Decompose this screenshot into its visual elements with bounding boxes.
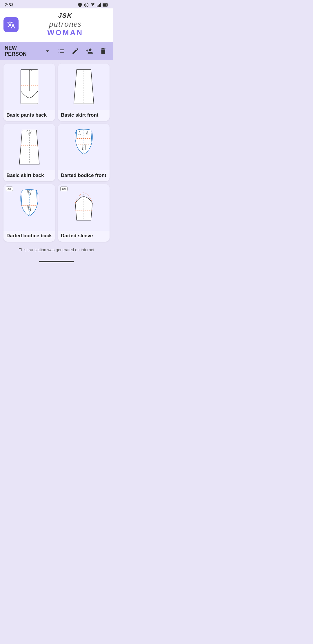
bodice-back-svg [9, 189, 50, 226]
pattern-card-sleeve[interactable]: ad Darted sleeve [58, 184, 110, 242]
add-person-icon [85, 47, 93, 55]
chevron-down-icon [44, 47, 51, 55]
add-person-button[interactable] [84, 46, 94, 56]
translation-note: This translation was generated on intern… [19, 247, 94, 252]
bodice-back-label: Darted bodice back [3, 231, 55, 242]
face-icon [84, 3, 89, 7]
pattern-card-skirt-front[interactable]: Basic skirt front [58, 64, 110, 121]
toolbar: NEW PERSON [0, 42, 113, 60]
signal-icon [97, 3, 101, 7]
bodice-back-image [3, 184, 55, 231]
pants-back-label: Basic pants back [3, 110, 55, 121]
pattern-card-bodice-back[interactable]: ad Darted bodice back [3, 184, 55, 242]
edit-button[interactable] [70, 46, 81, 56]
pattern-grid: Basic pants back Basic skirt front Basic… [0, 61, 113, 244]
ad-badge-sleeve: ad [60, 187, 68, 191]
skirt-front-svg [63, 68, 104, 105]
bottom-note: This translation was generated on intern… [0, 244, 113, 258]
home-indicator [0, 258, 113, 264]
delete-icon [99, 47, 107, 55]
svg-point-2 [87, 4, 87, 5]
pants-back-image [3, 64, 55, 110]
wifi-icon [90, 3, 95, 7]
translate-icon [7, 20, 15, 29]
svg-rect-3 [97, 6, 98, 7]
list-icon [58, 47, 65, 55]
svg-point-0 [84, 3, 88, 7]
sleeve-svg [63, 189, 104, 226]
translate-button[interactable] [3, 17, 19, 32]
status-time: 7:53 [5, 2, 13, 7]
expand-button[interactable] [42, 46, 53, 56]
skirt-back-image [3, 124, 55, 170]
skirt-back-svg [9, 129, 50, 166]
status-icons [78, 3, 108, 7]
svg-rect-8 [108, 4, 108, 6]
svg-rect-9 [103, 4, 107, 6]
logo-woman: WOMAN [47, 28, 83, 37]
pattern-card-bodice-front[interactable]: Darted bodice front [58, 124, 110, 181]
shield-icon [78, 3, 82, 7]
home-bar [39, 261, 74, 262]
battery-icon [103, 3, 108, 7]
svg-rect-6 [100, 3, 101, 7]
sleeve-image [58, 184, 110, 231]
logo-jsk: JSK [58, 12, 72, 19]
pattern-card-skirt-back[interactable]: Basic skirt back [3, 124, 55, 181]
skirt-front-image [58, 64, 110, 110]
pattern-card-pants-back[interactable]: Basic pants back [3, 64, 55, 121]
bodice-front-label: Darted bodice front [58, 170, 110, 181]
logo-area: JSK patrones WOMAN [21, 11, 110, 38]
sleeve-label: Darted sleeve [58, 231, 110, 242]
edit-icon [72, 47, 79, 55]
person-label: NEW PERSON [5, 45, 39, 57]
delete-button[interactable] [98, 46, 108, 56]
svg-rect-5 [99, 4, 100, 7]
svg-point-1 [85, 4, 86, 5]
svg-rect-4 [98, 5, 99, 7]
header: JSK patrones WOMAN [0, 8, 113, 42]
status-bar: 7:53 [0, 0, 113, 8]
pants-back-svg [9, 68, 50, 105]
ad-badge-bodice-back: ad [6, 187, 13, 191]
skirt-back-label: Basic skirt back [3, 170, 55, 181]
bodice-front-svg [63, 129, 104, 166]
list-button[interactable] [56, 46, 67, 56]
skirt-front-label: Basic skirt front [58, 110, 110, 121]
logo-patrones: patrones [49, 19, 81, 28]
bodice-front-image [58, 124, 110, 170]
